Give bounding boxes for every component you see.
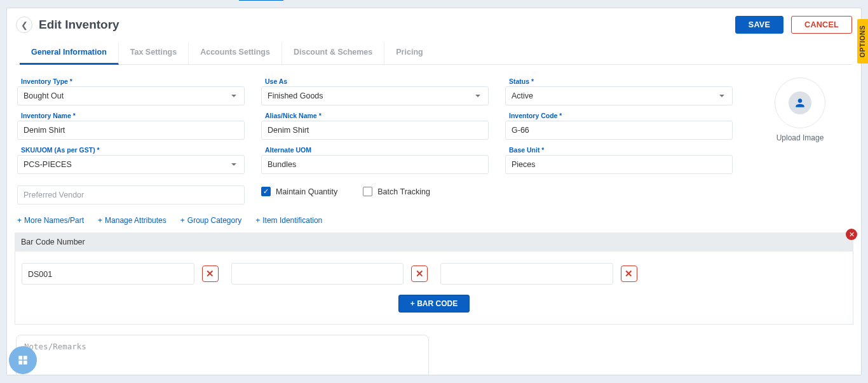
select-status[interactable]: Active <box>505 86 733 105</box>
alt-uom-input[interactable] <box>268 160 482 169</box>
notes-box[interactable] <box>16 335 429 375</box>
label-alt-uom: Alternate UOM <box>261 146 489 154</box>
label-inventory-code: Inventory Code * <box>505 112 733 119</box>
add-barcode-button[interactable]: + BAR CODE <box>398 295 470 312</box>
input-preferred-vendor[interactable] <box>17 185 245 205</box>
link-item-identification[interactable]: +Item Identification <box>255 216 322 225</box>
value-status: Active <box>512 91 533 100</box>
inventory-code-input[interactable] <box>512 126 726 135</box>
tab-discount-schemes[interactable]: Discount & Schemes <box>282 43 384 64</box>
link-group-category-label: Group Category <box>187 216 241 225</box>
barcode-cell-1: ✕ <box>22 263 219 285</box>
field-status: Status * Active <box>505 77 733 105</box>
inventory-name-input[interactable] <box>24 126 238 135</box>
barcode-input-1[interactable] <box>22 263 194 285</box>
plus-icon: + <box>180 216 185 225</box>
barcode-row: ✕ ✕ ✕ <box>22 263 846 285</box>
barcode-cell-spacer <box>650 263 847 285</box>
header: ❮ Edit Inventory SAVE CANCEL <box>16 16 852 34</box>
page-title: Edit Inventory <box>39 18 735 32</box>
close-icon: ✕ <box>416 268 424 279</box>
chevron-left-icon: ❮ <box>21 20 28 30</box>
batch-tracking-group: Batch Tracking <box>363 180 430 196</box>
close-icon: ✕ <box>849 231 855 239</box>
preferred-vendor-input[interactable] <box>24 191 238 199</box>
field-alt-uom: Alternate UOM <box>261 146 489 174</box>
barcode-2[interactable] <box>238 270 398 279</box>
top-tab-accent <box>239 0 283 1</box>
quick-links: +More Names/Part +Manage Attributes +Gro… <box>16 205 852 232</box>
barcode-delete-2[interactable]: ✕ <box>411 265 428 282</box>
options-drawer-handle[interactable]: OPTIONS <box>857 19 868 64</box>
close-section-button[interactable]: ✕ <box>846 229 857 240</box>
field-sku: SKU/UOM (As per GST) * PCS-PIECES <box>17 146 245 174</box>
barcode-delete-3[interactable]: ✕ <box>621 265 637 282</box>
person-icon <box>794 97 806 109</box>
tabs: General Information Tax Settings Account… <box>16 43 852 65</box>
plus-icon: + <box>255 216 260 225</box>
tab-accounts-settings[interactable]: Accounts Settings <box>189 43 282 64</box>
label-inventory-type: Inventory Type * <box>17 77 245 85</box>
input-alias[interactable] <box>261 121 489 140</box>
field-alias: Alias/Nick Name * <box>261 112 489 140</box>
link-manage-attributes[interactable]: +Manage Attributes <box>98 216 166 225</box>
barcode-delete-1[interactable]: ✕ <box>202 265 219 282</box>
checkbox-row: ✓ Maintain Quantity Batch Tracking <box>261 180 489 196</box>
save-button[interactable]: SAVE <box>735 16 783 34</box>
select-sku[interactable]: PCS-PIECES <box>17 155 245 174</box>
form-col-1: Inventory Type * Bought Out Inventory Na… <box>17 77 245 205</box>
barcode-input-3[interactable] <box>440 263 613 285</box>
input-base-unit[interactable] <box>505 155 733 174</box>
link-group-category[interactable]: +Group Category <box>180 216 241 225</box>
upload-image-label: Upload Image <box>749 133 851 142</box>
field-base-unit: Base Unit * <box>505 146 733 174</box>
label-maintain-qty: Maintain Quantity <box>276 187 337 196</box>
tab-general-information[interactable]: General Information <box>20 43 119 65</box>
form-col-2: Use As Finished Goods Alias/Nick Name * … <box>261 77 489 205</box>
barcode-input-2[interactable] <box>231 263 404 285</box>
field-inventory-type: Inventory Type * Bought Out <box>17 77 245 105</box>
apps-fab[interactable] <box>9 346 37 374</box>
upload-image-button[interactable] <box>775 77 825 128</box>
checkbox-batch-tracking[interactable] <box>363 187 372 196</box>
barcode-1[interactable] <box>28 270 188 279</box>
plus-icon: + <box>17 216 22 225</box>
input-alt-uom[interactable] <box>261 155 489 174</box>
tab-pricing[interactable]: Pricing <box>384 43 434 64</box>
select-use-as[interactable]: Finished Goods <box>261 86 489 105</box>
select-inventory-type[interactable]: Bought Out <box>17 86 245 105</box>
label-alias: Alias/Nick Name * <box>261 112 489 119</box>
alias-input[interactable] <box>268 126 482 135</box>
input-inventory-code[interactable] <box>505 121 733 140</box>
tab-tax-settings[interactable]: Tax Settings <box>119 43 189 64</box>
field-inventory-code: Inventory Code * <box>505 112 733 140</box>
barcode-cell-3: ✕ <box>440 263 637 285</box>
options-label: OPTIONS <box>859 25 867 58</box>
back-button[interactable]: ❮ <box>16 17 32 33</box>
barcode-section-header: Bar Code Number ✕ <box>15 232 853 252</box>
label-base-unit: Base Unit * <box>505 146 733 154</box>
barcode-3[interactable] <box>447 270 607 279</box>
link-manage-attributes-label: Manage Attributes <box>105 216 166 225</box>
cancel-button[interactable]: CANCEL <box>791 16 852 34</box>
checkbox-maintain-qty[interactable]: ✓ <box>261 187 271 196</box>
barcode-section-title: Bar Code Number <box>21 238 85 246</box>
close-icon: ✕ <box>625 268 633 279</box>
field-inventory-name: Inventory Name * <box>17 112 245 140</box>
link-more-names[interactable]: +More Names/Part <box>17 216 84 225</box>
input-inventory-name[interactable] <box>17 121 245 140</box>
grid-icon <box>17 354 29 366</box>
form-col-3: Status * Active Inventory Code * Base Un… <box>505 77 733 205</box>
form-area: Inventory Type * Bought Out Inventory Na… <box>16 69 852 205</box>
close-icon: ✕ <box>206 268 214 279</box>
chevron-down-icon <box>475 95 480 97</box>
label-use-as: Use As <box>261 77 489 85</box>
plus-icon: + <box>98 216 102 225</box>
value-use-as: Finished Goods <box>268 91 323 100</box>
base-unit-input[interactable] <box>512 160 726 169</box>
barcode-area: ✕ ✕ ✕ + BAR CODE <box>15 252 853 325</box>
chevron-down-icon <box>231 163 236 166</box>
notes-textarea[interactable] <box>24 342 421 361</box>
link-more-names-label: More Names/Part <box>24 216 84 225</box>
label-status: Status * <box>505 77 733 85</box>
